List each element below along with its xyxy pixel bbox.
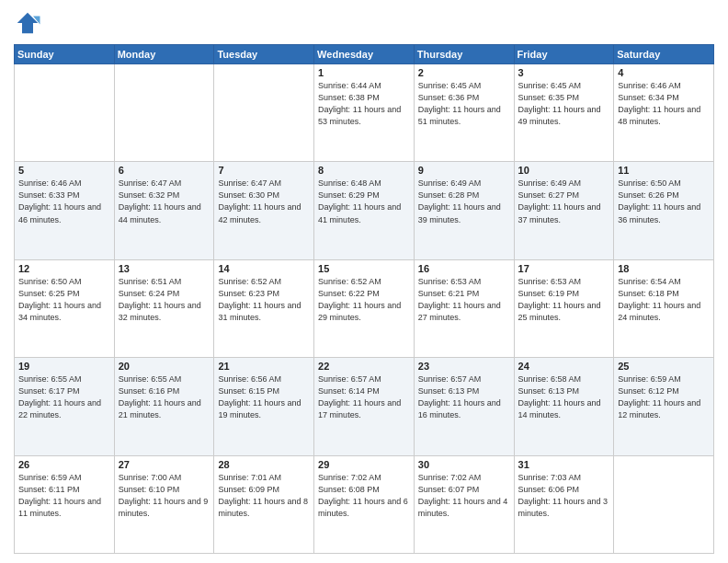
calendar-day-cell bbox=[15, 64, 115, 162]
calendar-day-cell: 6Sunrise: 6:47 AM Sunset: 6:32 PM Daylig… bbox=[114, 162, 214, 259]
day-info: Sunrise: 6:50 AM Sunset: 6:25 PM Dayligh… bbox=[18, 276, 110, 324]
day-info: Sunrise: 6:54 AM Sunset: 6:18 PM Dayligh… bbox=[618, 276, 710, 324]
day-number: 28 bbox=[218, 459, 310, 470]
day-info: Sunrise: 6:56 AM Sunset: 6:15 PM Dayligh… bbox=[218, 373, 310, 421]
day-number: 3 bbox=[518, 67, 610, 78]
day-number: 12 bbox=[18, 263, 110, 274]
day-info: Sunrise: 6:53 AM Sunset: 6:21 PM Dayligh… bbox=[418, 276, 510, 324]
calendar-day-header: Saturday bbox=[614, 45, 714, 64]
day-number: 14 bbox=[218, 263, 310, 274]
calendar-day-cell: 26Sunrise: 6:59 AM Sunset: 6:11 PM Dayli… bbox=[15, 455, 115, 553]
day-info: Sunrise: 7:02 AM Sunset: 6:08 PM Dayligh… bbox=[318, 472, 410, 520]
calendar-day-cell: 29Sunrise: 7:02 AM Sunset: 6:08 PM Dayli… bbox=[314, 455, 415, 553]
day-number: 16 bbox=[418, 263, 510, 274]
calendar-day-cell: 22Sunrise: 6:57 AM Sunset: 6:14 PM Dayli… bbox=[314, 358, 415, 455]
calendar-day-cell: 3Sunrise: 6:45 AM Sunset: 6:35 PM Daylig… bbox=[514, 64, 614, 162]
day-info: Sunrise: 6:49 AM Sunset: 6:27 PM Dayligh… bbox=[518, 178, 610, 225]
day-info: Sunrise: 7:03 AM Sunset: 6:06 PM Dayligh… bbox=[518, 472, 610, 520]
day-info: Sunrise: 6:51 AM Sunset: 6:24 PM Dayligh… bbox=[119, 276, 210, 324]
day-info: Sunrise: 6:53 AM Sunset: 6:19 PM Dayligh… bbox=[518, 276, 610, 324]
day-info: Sunrise: 6:46 AM Sunset: 6:34 PM Dayligh… bbox=[618, 80, 710, 128]
day-number: 17 bbox=[518, 263, 610, 274]
calendar-day-cell: 25Sunrise: 6:59 AM Sunset: 6:12 PM Dayli… bbox=[614, 358, 714, 455]
page: SundayMondayTuesdayWednesdayThursdayFrid… bbox=[0, 0, 728, 563]
day-info: Sunrise: 6:47 AM Sunset: 6:30 PM Dayligh… bbox=[218, 178, 310, 225]
day-number: 27 bbox=[119, 459, 210, 470]
day-info: Sunrise: 6:58 AM Sunset: 6:13 PM Dayligh… bbox=[518, 373, 610, 421]
calendar-day-cell: 31Sunrise: 7:03 AM Sunset: 6:06 PM Dayli… bbox=[514, 455, 614, 553]
calendar-day-cell: 20Sunrise: 6:55 AM Sunset: 6:16 PM Dayli… bbox=[114, 358, 214, 455]
calendar-day-cell: 12Sunrise: 6:50 AM Sunset: 6:25 PM Dayli… bbox=[15, 259, 115, 357]
day-number: 10 bbox=[518, 165, 610, 176]
calendar-day-cell: 8Sunrise: 6:48 AM Sunset: 6:29 PM Daylig… bbox=[314, 162, 415, 259]
day-number: 26 bbox=[18, 459, 110, 470]
day-number: 1 bbox=[318, 67, 410, 78]
header bbox=[14, 9, 714, 37]
day-info: Sunrise: 6:50 AM Sunset: 6:26 PM Dayligh… bbox=[618, 178, 710, 225]
day-info: Sunrise: 7:02 AM Sunset: 6:07 PM Dayligh… bbox=[418, 472, 510, 520]
day-info: Sunrise: 6:59 AM Sunset: 6:11 PM Dayligh… bbox=[18, 472, 110, 520]
day-info: Sunrise: 6:47 AM Sunset: 6:32 PM Dayligh… bbox=[119, 178, 210, 225]
calendar-day-cell bbox=[114, 64, 214, 162]
day-info: Sunrise: 6:57 AM Sunset: 6:13 PM Dayligh… bbox=[418, 373, 510, 421]
calendar-day-cell: 11Sunrise: 6:50 AM Sunset: 6:26 PM Dayli… bbox=[614, 162, 714, 259]
calendar-day-cell: 13Sunrise: 6:51 AM Sunset: 6:24 PM Dayli… bbox=[114, 259, 214, 357]
day-number: 25 bbox=[618, 361, 710, 372]
day-number: 22 bbox=[318, 361, 410, 372]
calendar-day-cell bbox=[214, 64, 314, 162]
calendar-day-cell: 16Sunrise: 6:53 AM Sunset: 6:21 PM Dayli… bbox=[414, 259, 514, 357]
svg-marker-0 bbox=[17, 13, 39, 34]
calendar-day-cell: 30Sunrise: 7:02 AM Sunset: 6:07 PM Dayli… bbox=[414, 455, 514, 553]
calendar-day-cell: 9Sunrise: 6:49 AM Sunset: 6:28 PM Daylig… bbox=[414, 162, 514, 259]
day-info: Sunrise: 6:46 AM Sunset: 6:33 PM Dayligh… bbox=[18, 178, 110, 225]
day-number: 7 bbox=[218, 165, 310, 176]
day-info: Sunrise: 6:55 AM Sunset: 6:17 PM Dayligh… bbox=[18, 373, 110, 421]
day-number: 19 bbox=[18, 361, 110, 372]
day-number: 13 bbox=[119, 263, 210, 274]
calendar-day-cell: 4Sunrise: 6:46 AM Sunset: 6:34 PM Daylig… bbox=[614, 64, 714, 162]
day-info: Sunrise: 6:52 AM Sunset: 6:22 PM Dayligh… bbox=[318, 276, 410, 324]
calendar-day-cell: 24Sunrise: 6:58 AM Sunset: 6:13 PM Dayli… bbox=[514, 358, 614, 455]
day-info: Sunrise: 6:49 AM Sunset: 6:28 PM Dayligh… bbox=[418, 178, 510, 225]
calendar-day-header: Friday bbox=[514, 45, 614, 64]
calendar-week-row: 12Sunrise: 6:50 AM Sunset: 6:25 PM Dayli… bbox=[15, 259, 714, 357]
day-number: 8 bbox=[318, 165, 410, 176]
calendar-week-row: 1Sunrise: 6:44 AM Sunset: 6:38 PM Daylig… bbox=[15, 64, 714, 162]
calendar-day-cell: 17Sunrise: 6:53 AM Sunset: 6:19 PM Dayli… bbox=[514, 259, 614, 357]
calendar-day-header: Sunday bbox=[15, 45, 115, 64]
calendar-day-cell: 10Sunrise: 6:49 AM Sunset: 6:27 PM Dayli… bbox=[514, 162, 614, 259]
calendar-day-cell: 21Sunrise: 6:56 AM Sunset: 6:15 PM Dayli… bbox=[214, 358, 314, 455]
calendar-day-cell: 5Sunrise: 6:46 AM Sunset: 6:33 PM Daylig… bbox=[15, 162, 115, 259]
day-info: Sunrise: 6:52 AM Sunset: 6:23 PM Dayligh… bbox=[218, 276, 310, 324]
calendar-day-cell: 15Sunrise: 6:52 AM Sunset: 6:22 PM Dayli… bbox=[314, 259, 415, 357]
calendar-day-cell: 28Sunrise: 7:01 AM Sunset: 6:09 PM Dayli… bbox=[214, 455, 314, 553]
day-info: Sunrise: 6:57 AM Sunset: 6:14 PM Dayligh… bbox=[318, 373, 410, 421]
day-number: 21 bbox=[218, 361, 310, 372]
day-number: 9 bbox=[418, 165, 510, 176]
calendar-day-cell: 18Sunrise: 6:54 AM Sunset: 6:18 PM Dayli… bbox=[614, 259, 714, 357]
calendar-day-cell: 19Sunrise: 6:55 AM Sunset: 6:17 PM Dayli… bbox=[15, 358, 115, 455]
calendar-week-row: 5Sunrise: 6:46 AM Sunset: 6:33 PM Daylig… bbox=[15, 162, 714, 259]
calendar-week-row: 19Sunrise: 6:55 AM Sunset: 6:17 PM Dayli… bbox=[15, 358, 714, 455]
calendar-day-cell: 23Sunrise: 6:57 AM Sunset: 6:13 PM Dayli… bbox=[414, 358, 514, 455]
calendar-day-header: Thursday bbox=[414, 45, 514, 64]
calendar-table: SundayMondayTuesdayWednesdayThursdayFrid… bbox=[14, 44, 714, 554]
day-number: 24 bbox=[518, 361, 610, 372]
day-number: 4 bbox=[618, 67, 710, 78]
calendar-week-row: 26Sunrise: 6:59 AM Sunset: 6:11 PM Dayli… bbox=[15, 455, 714, 553]
calendar-day-header: Wednesday bbox=[314, 45, 415, 64]
calendar-day-cell: 7Sunrise: 6:47 AM Sunset: 6:30 PM Daylig… bbox=[214, 162, 314, 259]
day-info: Sunrise: 6:45 AM Sunset: 6:36 PM Dayligh… bbox=[418, 80, 510, 128]
day-number: 15 bbox=[318, 263, 410, 274]
calendar-day-cell bbox=[614, 455, 714, 553]
calendar-day-cell: 27Sunrise: 7:00 AM Sunset: 6:10 PM Dayli… bbox=[114, 455, 214, 553]
day-number: 29 bbox=[318, 459, 410, 470]
calendar-day-cell: 14Sunrise: 6:52 AM Sunset: 6:23 PM Dayli… bbox=[214, 259, 314, 357]
day-number: 31 bbox=[518, 459, 610, 470]
logo bbox=[14, 9, 45, 37]
day-info: Sunrise: 7:01 AM Sunset: 6:09 PM Dayligh… bbox=[218, 472, 310, 520]
logo-icon bbox=[14, 9, 41, 37]
calendar-day-cell: 2Sunrise: 6:45 AM Sunset: 6:36 PM Daylig… bbox=[414, 64, 514, 162]
day-info: Sunrise: 6:44 AM Sunset: 6:38 PM Dayligh… bbox=[318, 80, 410, 128]
day-number: 20 bbox=[119, 361, 210, 372]
